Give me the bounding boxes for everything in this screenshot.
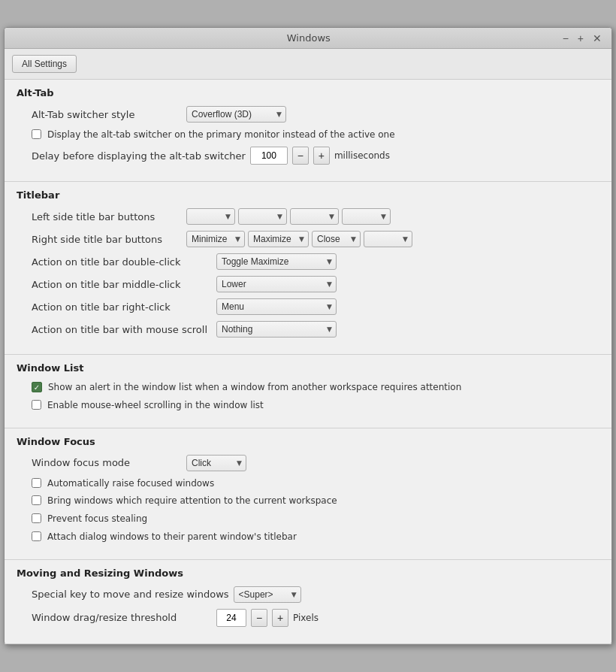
threshold-minus-button[interactable]: − xyxy=(251,609,267,627)
all-settings-button[interactable]: All Settings xyxy=(12,55,77,73)
bring-windows-label: Bring windows which require attention to… xyxy=(47,495,337,507)
minimize-button[interactable]: − xyxy=(560,33,571,44)
focus-mode-select[interactable]: Click Mouse Sloppy xyxy=(186,455,246,471)
left-buttons-row: Left side title bar buttons xyxy=(17,208,599,225)
focus-mode-row: Window focus mode Click Mouse Sloppy xyxy=(17,455,599,471)
right-click-select[interactable]: Menu Nothing xyxy=(216,298,337,315)
right-btn-3-wrapper: Close xyxy=(312,231,361,247)
special-key-row: Special key to move and resize windows <… xyxy=(17,586,599,603)
middle-click-row: Action on title bar middle-click Lower M… xyxy=(17,276,599,292)
threshold-row: Window drag/resize threshold − + Pixels xyxy=(17,609,599,627)
delay-row: Delay before displaying the alt-tab swit… xyxy=(17,147,599,165)
primary-monitor-row: Display the alt-tab switcher on the prim… xyxy=(17,129,599,141)
delay-plus-button[interactable]: + xyxy=(313,147,330,165)
right-click-row: Action on title bar right-click Menu Not… xyxy=(17,298,599,315)
toolbar: All Settings xyxy=(5,49,611,80)
focus-mode-select-wrapper: Click Mouse Sloppy xyxy=(186,455,246,471)
special-key-label: Special key to move and resize windows xyxy=(32,589,229,600)
middle-click-select-wrapper: Lower Minimize Nothing xyxy=(216,276,337,292)
right-click-label: Action on title bar right-click xyxy=(32,301,212,313)
right-buttons-row: Right side title bar buttons Minimize Ma… xyxy=(17,231,599,247)
double-click-select-wrapper: Toggle Maximize Minimize Shade Nothing xyxy=(216,253,337,270)
alt-tab-title: Alt-Tab xyxy=(17,87,599,98)
alt-tab-section: Alt-Tab Alt-Tab switcher style Coverflow… xyxy=(5,80,611,182)
right-btn-3-select[interactable]: Close xyxy=(312,231,361,247)
moving-resizing-title: Moving and Resizing Windows xyxy=(17,568,599,579)
close-button[interactable]: ✕ xyxy=(590,33,604,44)
titlebar-section-title: Titlebar xyxy=(17,189,599,201)
alert-checkbox[interactable] xyxy=(32,382,42,392)
prevent-stealing-row: Prevent focus stealing xyxy=(17,513,599,525)
window-focus-title: Window Focus xyxy=(17,436,599,447)
right-click-select-wrapper: Menu Nothing xyxy=(216,298,337,315)
bring-windows-checkbox[interactable] xyxy=(32,495,41,505)
window-list-section: Window List Show an alert in the window … xyxy=(5,355,611,428)
scroll-select-wrapper: Nothing Shade Opacity xyxy=(216,321,337,338)
left-btn-2-select[interactable] xyxy=(238,208,287,225)
threshold-unit: Pixels xyxy=(293,613,319,623)
special-key-select-wrapper: <Super> <Alt> <Ctrl> xyxy=(234,586,301,603)
delay-unit: milliseconds xyxy=(334,150,390,161)
right-btn-2-select[interactable]: Maximize xyxy=(248,231,309,247)
primary-monitor-checkbox[interactable] xyxy=(32,129,41,139)
double-click-select[interactable]: Toggle Maximize Minimize Shade Nothing xyxy=(216,253,337,270)
threshold-label: Window drag/resize threshold xyxy=(32,612,212,623)
delay-input[interactable] xyxy=(250,147,288,165)
left-btn-1-select[interactable] xyxy=(186,208,235,225)
left-btn-1-wrapper xyxy=(186,208,235,225)
primary-monitor-label: Display the alt-tab switcher on the prim… xyxy=(47,129,395,141)
middle-click-select[interactable]: Lower Minimize Nothing xyxy=(216,276,337,292)
attach-dialogs-checkbox[interactable] xyxy=(32,531,41,541)
threshold-plus-button[interactable]: + xyxy=(272,609,288,627)
mouse-wheel-row: Enable mouse-wheel scrolling in the wind… xyxy=(17,399,599,412)
bring-windows-row: Bring windows which require attention to… xyxy=(17,495,599,507)
switcher-style-select-wrapper: Coverflow (3D) Default (App icons) Grid xyxy=(186,106,286,123)
switcher-style-select[interactable]: Coverflow (3D) Default (App icons) Grid xyxy=(186,106,286,123)
left-buttons-label: Left side title bar buttons xyxy=(32,211,182,222)
delay-label: Delay before displaying the alt-tab swit… xyxy=(32,150,246,162)
auto-raise-row: Automatically raise focused windows xyxy=(17,477,599,490)
auto-raise-checkbox[interactable] xyxy=(32,478,41,488)
attach-dialogs-label: Attach dialog windows to their parent wi… xyxy=(47,531,297,543)
left-btn-2-wrapper xyxy=(238,208,287,225)
special-key-select[interactable]: <Super> <Alt> <Ctrl> xyxy=(234,586,301,603)
prevent-stealing-label: Prevent focus stealing xyxy=(47,513,147,525)
prevent-stealing-checkbox[interactable] xyxy=(32,513,41,523)
left-btn-3-wrapper xyxy=(290,208,339,225)
alert-label: Show an alert in the window list when a … xyxy=(48,381,461,394)
delay-minus-button[interactable]: − xyxy=(292,147,309,165)
titlebar: Windows − + ✕ xyxy=(5,28,611,49)
scroll-select[interactable]: Nothing Shade Opacity xyxy=(216,321,337,338)
titlebar-section: Titlebar Left side title bar buttons xyxy=(5,182,611,355)
window-controls: − + ✕ xyxy=(560,33,604,44)
right-btn-1-select[interactable]: Minimize xyxy=(186,231,245,247)
middle-click-label: Action on title bar middle-click xyxy=(32,279,212,290)
threshold-input[interactable] xyxy=(216,609,246,627)
left-buttons-group xyxy=(186,208,391,225)
double-click-label: Action on title bar double-click xyxy=(32,256,212,268)
right-btn-4-wrapper xyxy=(364,231,412,247)
main-window: Windows − + ✕ All Settings Alt-Tab Alt-T… xyxy=(4,27,612,645)
left-btn-3-select[interactable] xyxy=(290,208,339,225)
focus-mode-label: Window focus mode xyxy=(32,457,182,468)
right-btn-1-wrapper: Minimize xyxy=(186,231,245,247)
auto-raise-label: Automatically raise focused windows xyxy=(47,477,214,490)
alert-row: Show an alert in the window list when a … xyxy=(17,381,599,394)
scroll-row: Action on title bar with mouse scroll No… xyxy=(17,321,599,338)
settings-content: Alt-Tab Alt-Tab switcher style Coverflow… xyxy=(5,80,611,644)
left-btn-4-wrapper xyxy=(342,208,391,225)
right-buttons-group: Minimize Maximize Close xyxy=(186,231,412,247)
window-title: Windows xyxy=(57,32,560,44)
moving-resizing-section: Moving and Resizing Windows Special key … xyxy=(5,560,611,644)
switcher-style-label: Alt-Tab switcher style xyxy=(32,109,182,120)
attach-dialogs-row: Attach dialog windows to their parent wi… xyxy=(17,531,599,543)
double-click-row: Action on title bar double-click Toggle … xyxy=(17,253,599,270)
maximize-button[interactable]: + xyxy=(575,33,586,44)
right-btn-4-select[interactable] xyxy=(364,231,412,247)
mouse-wheel-label: Enable mouse-wheel scrolling in the wind… xyxy=(47,399,264,412)
left-btn-4-select[interactable] xyxy=(342,208,391,225)
right-buttons-label: Right side title bar buttons xyxy=(32,234,182,245)
window-list-title: Window List xyxy=(17,362,599,374)
switcher-style-row: Alt-Tab switcher style Coverflow (3D) De… xyxy=(17,106,599,123)
mouse-wheel-checkbox[interactable] xyxy=(32,400,41,410)
